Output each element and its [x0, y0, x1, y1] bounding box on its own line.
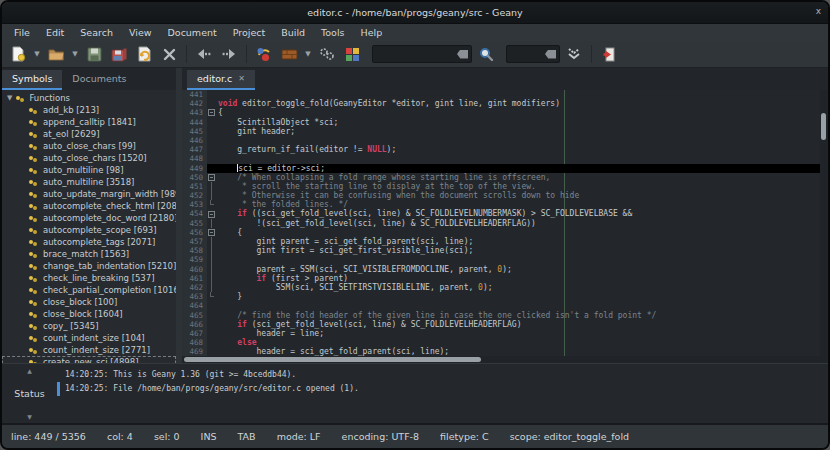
- horizontal-scrollbar[interactable]: [182, 356, 828, 363]
- tree-item[interactable]: append_calltip [1841]: [2, 116, 176, 128]
- code-line[interactable]: 441: [182, 90, 820, 99]
- editor-tab-close-icon[interactable]: ✕: [238, 74, 245, 83]
- code-line-current[interactable]: 449 sci = editor->sci;: [182, 164, 820, 173]
- tree-item[interactable]: autocomplete_tags [2071]: [2, 236, 176, 248]
- code-line[interactable]: 459: [182, 255, 820, 264]
- clear-goto-icon[interactable]: [545, 50, 556, 59]
- editor-tab[interactable]: editor.c ✕: [187, 70, 255, 90]
- menu-edit[interactable]: Edit: [38, 26, 72, 39]
- tree-item[interactable]: add_kb [213]: [2, 104, 176, 116]
- menu-document[interactable]: Document: [160, 26, 225, 39]
- search-input[interactable]: [372, 45, 472, 63]
- code-line[interactable]: 447 g_return_if_fail(editor != NULL);: [182, 145, 820, 154]
- tree-item[interactable]: close_block [100]: [2, 296, 176, 308]
- code-view[interactable]: 441442void editor_toggle_fold(GeanyEdito…: [182, 90, 820, 356]
- code-line[interactable]: 466 if (sci_get_fold_level(sci, line) & …: [182, 320, 820, 329]
- vertical-scrollbar-thumb[interactable]: [821, 113, 826, 140]
- tree-item[interactable]: auto_close_chars [1520]: [2, 152, 176, 164]
- menu-project[interactable]: Project: [225, 26, 274, 39]
- new-file-dropdown[interactable]: ▼: [32, 43, 42, 65]
- code-line[interactable]: 454 if ((sci_get_fold_level(sci, line) &…: [182, 209, 820, 218]
- color-chooser-button[interactable]: [341, 43, 363, 65]
- tree-item[interactable]: auto_update_margin_width [989]: [2, 188, 176, 200]
- open-file-dropdown[interactable]: ▼: [70, 43, 80, 65]
- status-messages[interactable]: 14:20:25: This is Geany 1.36 (git >= 4bc…: [57, 364, 828, 423]
- menu-search[interactable]: Search: [72, 26, 121, 39]
- code-line[interactable]: 469 header = sci_get_fold_parent(sci, li…: [182, 347, 820, 356]
- navigate-forward-button[interactable]: [218, 43, 240, 65]
- tree-item[interactable]: check_line_breaking [537]: [2, 272, 176, 284]
- menu-view[interactable]: View: [121, 26, 160, 39]
- tree-item[interactable]: create_new_sci [4898]: [2, 356, 176, 363]
- tab-status[interactable]: Status: [14, 388, 44, 399]
- save-all-button[interactable]: [108, 43, 130, 65]
- tree-item[interactable]: close_block [1604]: [2, 308, 176, 320]
- fold-toggle-icon[interactable]: [207, 209, 216, 218]
- tabs-scroll-down-icon[interactable]: ▼: [27, 413, 32, 420]
- code-line[interactable]: 446: [182, 136, 820, 145]
- expander-icon[interactable]: ▼: [7, 94, 12, 102]
- find-button[interactable]: [475, 43, 497, 65]
- code-line[interactable]: 456 {: [182, 228, 820, 237]
- horizontal-scrollbar-thumb[interactable]: [184, 357, 481, 362]
- new-file-button[interactable]: [7, 43, 29, 65]
- jump-to-button[interactable]: [563, 43, 585, 65]
- menu-tools[interactable]: Tools: [313, 26, 352, 39]
- code-line[interactable]: 457 gint parent = sci_get_fold_parent(sc…: [182, 237, 820, 246]
- clear-search-icon[interactable]: [457, 50, 468, 59]
- tabs-scroll-up-icon[interactable]: ▲: [27, 367, 32, 374]
- tree-item[interactable]: brace_match [1563]: [2, 248, 176, 260]
- close-document-button[interactable]: [158, 43, 180, 65]
- fold-toggle-icon[interactable]: [207, 108, 216, 117]
- execute-button[interactable]: [316, 43, 338, 65]
- title-bar[interactable]: editor.c - /home/ban/progs/geany/src - G…: [2, 2, 828, 24]
- tree-item[interactable]: auto_multiline [3518]: [2, 176, 176, 188]
- menu-build[interactable]: Build: [273, 26, 313, 39]
- tree-item[interactable]: at_eol [2629]: [2, 128, 176, 140]
- code-line[interactable]: 461 if (first > parent): [182, 274, 820, 283]
- code-line[interactable]: 462 SSM(sci, SCI_SETFIRSTVISIBLELINE, pa…: [182, 283, 820, 292]
- tab-documents[interactable]: Documents: [62, 70, 136, 90]
- window-close-icon[interactable]: x: [816, 6, 821, 16]
- tree-item[interactable]: count_indent_size [2771]: [2, 344, 176, 356]
- code-line[interactable]: 465 /* find the fold header of the given…: [182, 311, 820, 320]
- menu-file[interactable]: File: [6, 26, 38, 39]
- open-file-button[interactable]: [45, 43, 67, 65]
- tree-item[interactable]: count_indent_size [104]: [2, 332, 176, 344]
- tree-item[interactable]: autocomplete_doc_word [2180]: [2, 212, 176, 224]
- code-line[interactable]: 442void editor_toggle_fold(GeanyEditor *…: [182, 99, 820, 108]
- fold-toggle-icon[interactable]: [207, 228, 216, 237]
- fold-toggle-icon[interactable]: [207, 173, 216, 182]
- code-line[interactable]: 458 gint first = sci_get_first_visible_l…: [182, 246, 820, 255]
- save-button[interactable]: [83, 43, 105, 65]
- code-line[interactable]: 464: [182, 301, 820, 310]
- revert-button[interactable]: [133, 43, 155, 65]
- code-line[interactable]: 451 * scroll the starting line to displa…: [182, 182, 820, 191]
- code-line[interactable]: 452 * Otherwise it can be confusing when…: [182, 191, 820, 200]
- code-line[interactable]: 460 parent = SSM(sci, SCI_VISIBLEFROMDOC…: [182, 265, 820, 274]
- goto-line-input[interactable]: [506, 45, 560, 63]
- code-line[interactable]: 448: [182, 154, 820, 163]
- status-message[interactable]: 14:20:25: This is Geany 1.36 (git >= 4bc…: [57, 368, 828, 382]
- tree-item[interactable]: auto_close_chars [99]: [2, 140, 176, 152]
- build-button[interactable]: [278, 43, 300, 65]
- code-line[interactable]: 450 /* When collapsing a fold range whos…: [182, 173, 820, 182]
- code-line[interactable]: 445 gint header;: [182, 127, 820, 136]
- tree-item[interactable]: autocomplete_scope [693]: [2, 224, 176, 236]
- menu-help[interactable]: Help: [353, 26, 391, 39]
- tree-item[interactable]: autocomplete_check_html [2088]: [2, 200, 176, 212]
- navigate-back-button[interactable]: [193, 43, 215, 65]
- code-line[interactable]: 463 }: [182, 292, 820, 301]
- status-message[interactable]: 14:20:25: File /home/ban/progs/geany/src…: [57, 382, 828, 396]
- tree-item[interactable]: check_partial_completion [1016]: [2, 284, 176, 296]
- code-line[interactable]: 468 else: [182, 338, 820, 347]
- vertical-scrollbar[interactable]: [820, 90, 828, 356]
- tree-item[interactable]: change_tab_indentation [5210]: [2, 260, 176, 272]
- code-line[interactable]: 444 ScintillaObject *sci;: [182, 118, 820, 127]
- quit-button[interactable]: [598, 43, 620, 65]
- build-dropdown[interactable]: ▼: [303, 43, 313, 65]
- tree-root-functions[interactable]: ▼Functions: [2, 92, 176, 104]
- code-line[interactable]: 443{: [182, 108, 820, 117]
- tree-item[interactable]: copy_ [5345]: [2, 320, 176, 332]
- code-line[interactable]: 467 header = line;: [182, 329, 820, 338]
